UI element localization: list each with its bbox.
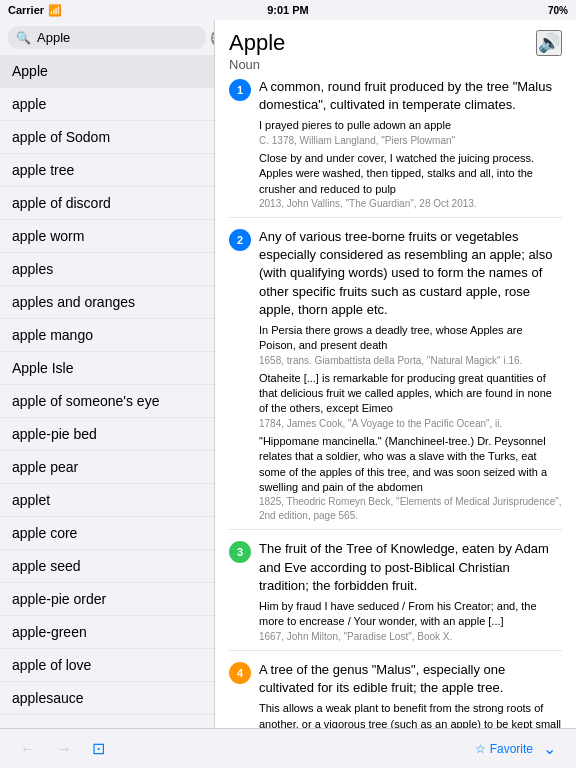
search-bar: 🔍 ✕ [0,20,214,55]
definition-text: A tree of the genus "Malus", especially … [259,661,562,697]
toolbar-left: ← → ⊡ [20,739,105,758]
content-panel: Apple Noun 🔊 1A common, round fruit prod… [215,20,576,728]
favorite-button[interactable]: ☆ Favorite [475,742,533,756]
word-pos: Noun [229,57,285,72]
sidebar-item[interactable]: apple-pie order [0,583,214,616]
sidebar-item[interactable]: applet [0,484,214,517]
definition-number: 1 [229,79,251,101]
citation-source: 2013, John Vallins, "The Guardian", 28 O… [259,197,562,211]
sidebar-item[interactable]: apple [0,88,214,121]
carrier-label: Carrier [8,4,44,16]
sidebar-item[interactable]: Apple Isle [0,352,214,385]
definition-block: 2Any of various tree-borne fruits or veg… [229,228,562,530]
definition-block: 1A common, round fruit produced by the t… [229,78,562,218]
sidebar-item[interactable]: apple core [0,517,214,550]
citation-source: 1825, Theodric Romeyn Beck, "Elements of… [259,495,562,523]
citation-block: This allows a weak plant to benefit from… [259,701,562,728]
sidebar-item[interactable]: apple worm [0,220,214,253]
sidebar-item[interactable]: apple mango [0,319,214,352]
definition-block: 3The fruit of the Tree of Knowledge, eat… [229,540,562,650]
definition-number: 3 [229,541,251,563]
toolbar-right: ☆ Favorite ⌄ [475,739,556,758]
search-icon: 🔍 [16,31,31,45]
citation-quote: I prayed pieres to pulle adown an apple [259,118,562,133]
sidebar-item[interactable]: apple tree [0,154,214,187]
star-icon: ☆ [475,742,486,756]
citation-block: Him by fraud I have seduced / From his C… [259,599,562,644]
citation-source: 1784, James Cook, "A Voyage to the Pacif… [259,417,562,431]
wifi-icon: 📶 [48,4,62,17]
citation-block: In Persia there grows a deadly tree, who… [259,323,562,368]
citation-block: "Hippomane mancinella." (Manchineel-tree… [259,434,562,524]
bookmark-button[interactable]: ⊡ [92,739,105,758]
sidebar-item[interactable]: apple of someone's eye [0,385,214,418]
sidebar-item[interactable]: apple seed [0,550,214,583]
status-left: Carrier 📶 [8,4,62,17]
sidebar-item[interactable]: apple of love [0,649,214,682]
definition-block: 4A tree of the genus "Malus", especially… [229,661,562,728]
back-button[interactable]: ← [20,739,36,758]
word-info: Apple Noun [229,30,285,72]
citation-source: C. 1378, William Langland, "Piers Plowma… [259,134,562,148]
chevron-down-icon[interactable]: ⌄ [543,739,556,758]
bottom-toolbar: ← → ⊡ ☆ Favorite ⌄ [0,728,576,768]
citation-block: I prayed pieres to pulle adown an appleC… [259,118,562,147]
sidebar-list: Appleappleapple of Sodomapple treeapple … [0,55,214,728]
definition-number: 4 [229,662,251,684]
sidebar-item[interactable]: Apple [0,55,214,88]
sidebar-item[interactable]: apples [0,253,214,286]
status-time: 9:01 PM [267,4,309,16]
sidebar-item[interactable]: apple pear [0,451,214,484]
search-input-wrapper[interactable]: 🔍 ✕ [8,26,206,49]
content-body: 1A common, round fruit produced by the t… [215,78,576,728]
sidebar-item[interactable]: apple-green [0,616,214,649]
citation-quote: Otaheite [...] is remarkable for produci… [259,371,562,417]
citation-quote: This allows a weak plant to benefit from… [259,701,562,728]
sidebar-item[interactable]: apple of Sodom [0,121,214,154]
citation-quote: In Persia there grows a deadly tree, who… [259,323,562,354]
definition-text: A common, round fruit produced by the tr… [259,78,562,114]
word-title: Apple [229,30,285,56]
content-header: Apple Noun 🔊 [215,20,576,78]
citation-block: Otaheite [...] is remarkable for produci… [259,371,562,431]
speaker-button[interactable]: 🔊 [536,30,562,56]
citation-source: 1667, John Milton, "Paradise Lost", Book… [259,630,562,644]
sidebar-item[interactable]: apples and oranges [0,286,214,319]
citation-quote: "Hippomane mancinella." (Manchineel-tree… [259,434,562,496]
battery-label: 70% [548,5,568,16]
sidebar: 🔍 ✕ Appleappleapple of Sodomapple treeap… [0,20,215,728]
citation-source: 1658, trans. Giambattista della Porta, "… [259,354,562,368]
sidebar-item[interactable]: applesauce [0,682,214,715]
citation-block: Close by and under cover, I watched the … [259,151,562,211]
definition-text: The fruit of the Tree of Knowledge, eate… [259,540,562,595]
sidebar-item[interactable]: apple of discord [0,187,214,220]
citation-quote: Close by and under cover, I watched the … [259,151,562,197]
forward-button[interactable]: → [56,739,72,758]
status-bar: Carrier 📶 9:01 PM 70% [0,0,576,20]
sidebar-item[interactable]: apple-pie bed [0,418,214,451]
favorite-label: Favorite [490,742,533,756]
main-container: 🔍 ✕ Appleappleapple of Sodomapple treeap… [0,20,576,728]
citation-quote: Him by fraud I have seduced / From his C… [259,599,562,630]
status-right: 70% [548,5,568,16]
definition-text: Any of various tree-borne fruits or vege… [259,228,562,319]
definition-number: 2 [229,229,251,251]
search-input[interactable] [37,30,205,45]
